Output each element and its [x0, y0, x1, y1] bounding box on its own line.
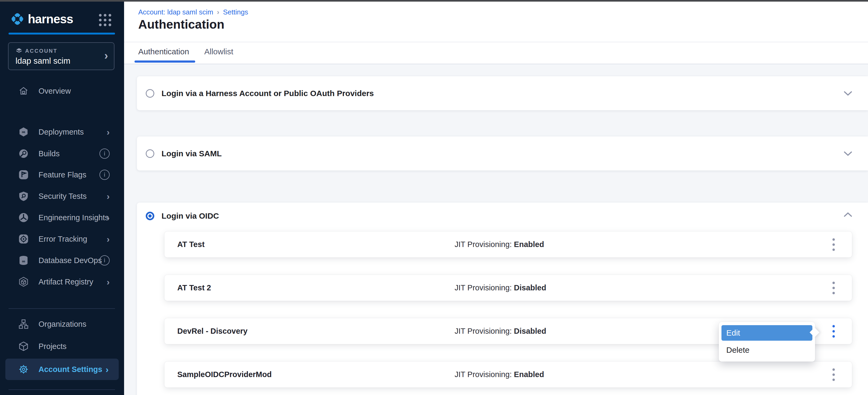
chevron-up-icon[interactable]	[843, 212, 852, 218]
sidebar-item-error-tracking[interactable]: Error Tracking ›	[0, 229, 124, 249]
sidebar: harness ACCOUNT ldap saml scim › Overvie…	[0, 0, 124, 395]
chevron-right-icon: ›	[107, 234, 110, 244]
svg-text:∞: ∞	[22, 129, 25, 135]
chevron-right-icon: ›	[107, 191, 110, 201]
radio-oidc[interactable]	[146, 212, 154, 220]
account-layers-icon	[16, 47, 23, 54]
jit-provisioning-status: JIT Provisioning:Enabled	[455, 240, 544, 249]
provider-name: AT Test	[177, 240, 205, 249]
oidc-provider-list: AT Test JIT Provisioning:Enabled AT Test…	[164, 231, 852, 395]
sidebar-item-builds[interactable]: Builds i	[0, 143, 124, 164]
gear-icon	[18, 364, 29, 375]
jit-provisioning-status: JIT Provisioning:Disabled	[455, 327, 546, 336]
info-icon[interactable]: i	[99, 170, 110, 180]
page-title: Authentication	[138, 17, 224, 32]
chevron-down-icon[interactable]	[843, 90, 852, 96]
breadcrumb-settings-link[interactable]: Settings	[223, 8, 248, 16]
sidebar-item-label: Database DevOps	[38, 256, 102, 265]
chevron-right-icon: ›	[107, 213, 110, 223]
feature-flags-icon	[18, 169, 29, 180]
sidebar-item-label: Projects	[38, 342, 67, 351]
kebab-menu-icon[interactable]	[831, 235, 836, 254]
svg-text:∞: ∞	[22, 259, 25, 264]
provider-name: SampleOIDCProviderMod	[177, 370, 272, 379]
radio-saml[interactable]	[146, 149, 154, 158]
sidebar-item-label: Artifact Registry	[38, 278, 93, 286]
sidebar-item-label: Feature Flags	[38, 170, 86, 179]
sidebar-item-feature-flags[interactable]: Feature Flags i	[0, 164, 124, 185]
apps-grid-icon[interactable]	[99, 14, 111, 26]
sidebar-item-artifact-registry[interactable]: Artifact Registry ›	[0, 271, 124, 292]
context-menu-edit[interactable]: Edit	[721, 325, 812, 341]
sidebar-item-label: Overview	[38, 87, 71, 95]
account-label-row: ACCOUNT	[16, 47, 58, 54]
info-icon[interactable]: i	[99, 255, 110, 265]
oidc-provider-row[interactable]: AT Test 2 JIT Provisioning:Disabled	[164, 275, 852, 301]
tab-allowlist[interactable]: Allowlist	[204, 47, 233, 56]
jit-provisioning-status: JIT Provisioning:Enabled	[455, 370, 544, 379]
provider-name: DevRel - Discovery	[177, 327, 248, 336]
sidebar-item-label: Builds	[38, 149, 60, 158]
breadcrumb: Account: ldap saml scim › Settings	[138, 8, 248, 16]
sidebar-item-database-devops[interactable]: ∞ Database DevOps i	[0, 250, 124, 271]
sidebar-item-label: Engineering Insights	[38, 213, 109, 222]
sidebar-item-label: Security Tests	[38, 192, 87, 201]
harness-logo[interactable]: harness	[9, 10, 73, 28]
auth-option-label: Login via SAML	[161, 149, 222, 158]
auth-option-saml-card[interactable]: Login via SAML	[137, 137, 868, 170]
kebab-menu-icon[interactable]	[831, 279, 836, 297]
logo-wordmark: harness	[28, 12, 73, 26]
builds-icon	[18, 148, 29, 159]
auth-option-oidc-card[interactable]: Login via OIDC AT Test JIT Provisioning:…	[137, 203, 868, 395]
info-icon[interactable]: i	[99, 148, 110, 159]
logo-underline	[8, 33, 115, 34]
chevron-right-icon: ›	[107, 277, 110, 287]
sidebar-item-projects[interactable]: Projects	[0, 336, 124, 357]
account-scope-card[interactable]: ACCOUNT ldap saml scim ›	[8, 42, 115, 70]
breadcrumb-separator-icon: ›	[217, 8, 219, 16]
error-tracking-icon	[18, 234, 29, 244]
home-icon	[18, 86, 29, 96]
chevron-right-icon: ›	[105, 364, 108, 375]
chevron-right-icon: ›	[107, 127, 110, 137]
breadcrumb-account-link[interactable]: Account: ldap saml scim	[138, 8, 213, 16]
sidebar-item-security-tests[interactable]: Security Tests ›	[0, 186, 124, 206]
sidebar-divider	[8, 389, 115, 390]
sidebar-item-deployments[interactable]: ∞ Deployments ›	[0, 121, 124, 142]
account-name: ldap saml scim	[16, 56, 70, 66]
auth-option-label: Login via a Harness Account or Public OA…	[161, 89, 374, 98]
sidebar-item-organizations[interactable]: Organizations	[0, 314, 124, 335]
active-tab-indicator	[134, 60, 195, 63]
sidebar-item-label: Account Settings	[38, 365, 102, 374]
sidebar-item-overview[interactable]: Overview	[0, 81, 124, 102]
database-devops-icon: ∞	[18, 255, 29, 266]
context-menu-delete[interactable]: Delete	[721, 342, 812, 358]
header-divider	[124, 42, 868, 42]
auth-option-oauth-card[interactable]: Login via a Harness Account or Public OA…	[137, 76, 868, 110]
deployments-icon: ∞	[18, 126, 29, 137]
projects-icon	[18, 341, 29, 351]
sidebar-item-account-settings[interactable]: Account Settings ›	[5, 359, 119, 380]
sidebar-item-engineering-insights[interactable]: Engineering Insights ›	[0, 207, 124, 228]
sidebar-item-label: Error Tracking	[38, 235, 87, 244]
account-label: ACCOUNT	[25, 48, 58, 54]
security-tests-icon	[18, 191, 29, 201]
harness-logo-icon	[9, 11, 26, 27]
row-context-menu: Edit Delete	[719, 322, 815, 362]
oidc-provider-row[interactable]: AT Test JIT Provisioning:Enabled	[164, 231, 852, 257]
oidc-provider-row[interactable]: SampleOIDCProviderMod JIT Provisioning:E…	[164, 362, 852, 388]
provider-name: AT Test 2	[177, 283, 211, 292]
tab-authentication[interactable]: Authentication	[138, 47, 189, 56]
artifact-registry-icon	[18, 277, 29, 287]
sidebar-item-label: Deployments	[38, 128, 84, 137]
chevron-right-icon: ›	[104, 49, 108, 62]
engineering-insights-icon	[18, 212, 29, 223]
auth-option-label: Login via OIDC	[161, 211, 219, 221]
chevron-down-icon[interactable]	[843, 151, 852, 157]
sidebar-item-label: Organizations	[38, 320, 86, 329]
kebab-menu-icon[interactable]	[831, 365, 836, 384]
window-top-edge	[0, 0, 868, 2]
radio-oauth[interactable]	[146, 89, 154, 98]
jit-provisioning-status: JIT Provisioning:Disabled	[455, 283, 546, 292]
kebab-menu-icon[interactable]	[831, 322, 836, 340]
